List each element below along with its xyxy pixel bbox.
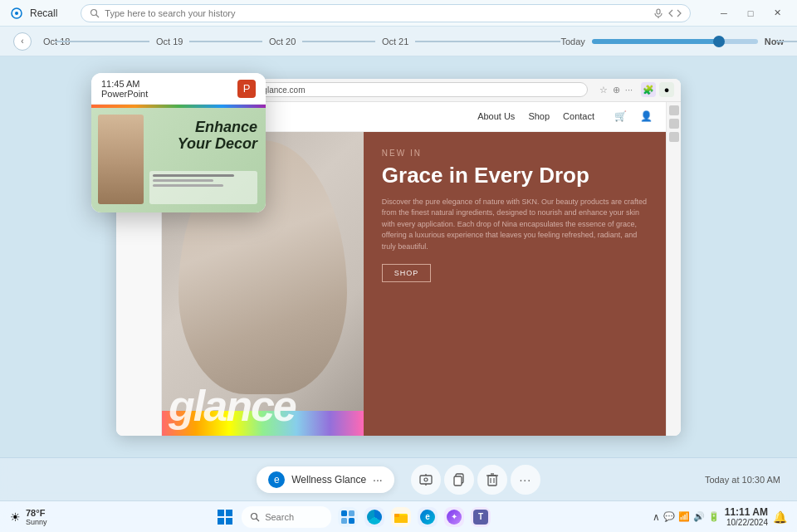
popup-header: 11:45 AM PowerPoint P [91,73,266,105]
user-icon: 👤 [640,110,653,122]
taskbar: ☀ 78°F Sunny [0,500,797,532]
system-tray: ∧ 💬 📶 🔊 🔋 [653,511,720,523]
taskbar-copilot-icon[interactable]: ✦ [444,507,464,527]
right-bar-icon-3 [669,132,679,142]
popup-preview-area: Enhance Your Decor [91,105,266,212]
svg-rect-25 [341,518,347,524]
main-content-area: ‹ › 🔒 https://wellnessglance.com ☆ ⊕ ···… [0,56,797,457]
svg-rect-19 [218,518,224,525]
battery-icon[interactable]: 🔋 [708,511,720,522]
cart-icon: 🛒 [614,110,627,122]
taskbar-edge-icon[interactable]: e [418,507,438,527]
network-icon[interactable]: 📶 [678,511,690,522]
weather-temperature: 78°F [26,508,47,518]
taskbar-weather: 78°F Sunny [26,508,47,526]
tray-expand-icon[interactable]: ∧ [653,511,660,523]
svg-line-22 [257,518,260,521]
taskbar-teams-icon[interactable]: T [471,507,491,527]
right-bar-icon-1 [669,105,679,115]
maximize-button[interactable]: □ [741,3,760,23]
svg-rect-6 [420,476,432,484]
svg-rect-17 [218,510,224,516]
title-bar: Recall ─ □ ✕ [0,0,797,27]
action-bar: e Wellness Glance ··· [0,457,797,500]
windows-start-button[interactable] [215,507,235,527]
screen-capture-button[interactable] [411,465,441,495]
svg-rect-12 [488,476,496,486]
timeline-back-button[interactable]: ‹ [13,32,32,51]
taskbar-date-display: 10/22/2024 [725,518,768,527]
svg-line-3 [96,14,100,17]
browser-right-sidebar [666,102,681,436]
history-search-bar[interactable] [81,4,691,22]
browser-ext-2: ● [659,82,674,97]
powerpoint-icon: P [237,80,256,98]
slide-title-line2: Your Decor [178,136,257,153]
hero-shop-button[interactable]: SHOP [382,264,432,282]
timeline-thumb[interactable] [713,36,725,47]
weather-description: Sunny [26,518,47,526]
taskbar-clock[interactable]: 11:11 AM 10/22/2024 [725,506,768,527]
more-dots-icon: ··· [519,473,531,486]
popup-header-text: 11:45 AM PowerPoint [101,79,148,99]
svg-point-7 [424,478,428,481]
browser-toolbar-icons: ☆ ⊕ ··· [599,85,633,95]
edge-icon: e [268,471,285,488]
popup-time: 11:45 AM [101,79,148,89]
hero-title: Grace in Every Drop [382,163,648,188]
taskbar-files-icon[interactable] [391,507,411,527]
timeline-right: Today Now [560,37,784,46]
hero-text-area: NEW IN Grace in Every Drop Discover the … [364,132,666,436]
taskbar-right: ∧ 💬 📶 🔊 🔋 11:11 AM 10/22/2024 🔔 [653,506,787,527]
copilot-icon: ✦ [447,510,462,525]
right-bar-icon-2 [669,119,679,129]
browser-extension-icons: 🧩 ● [641,82,674,97]
tab-name: Wellness Glance [291,474,366,486]
app-title: Recall [30,7,57,19]
tab-pill[interactable]: e Wellness Glance ··· [257,466,394,493]
close-button[interactable]: ✕ [767,3,787,23]
activity-popup-card[interactable]: 11:45 AM PowerPoint P Enhance Your Decor [91,73,266,212]
slide-image [98,115,144,204]
timeline-slider[interactable] [592,39,758,44]
microphone-icon [653,8,663,18]
svg-point-1 [15,12,18,15]
svg-point-2 [91,9,97,15]
svg-rect-4 [657,9,660,14]
taskbar-search-bar[interactable] [242,506,331,528]
hero-glance-text: glance [169,384,296,427]
svg-rect-29 [394,514,399,517]
minimize-button[interactable]: ─ [714,3,734,23]
chat-icon[interactable]: 💬 [663,511,675,522]
volume-icon[interactable]: 🔊 [693,511,705,522]
search-input[interactable] [105,8,648,18]
slide-text-area: Enhance Your Decor [178,120,257,153]
file-explorer-icon [394,510,408,524]
taskbar-widgets-icon[interactable] [338,507,358,527]
nav-about[interactable]: About Us [477,111,515,121]
nav-shop[interactable]: Shop [528,111,550,121]
taskbar-browser-icon[interactable] [364,507,384,527]
more-button[interactable]: ··· [511,465,540,495]
timeline-date-oct20: Oct 20 [262,37,302,46]
window-controls: ─ □ ✕ [714,3,787,23]
timeline-date-oct18: Oct 18 [37,37,76,46]
hero-new-in-label: NEW IN [382,149,648,158]
slide-title-line1: Enhance [178,120,257,136]
nav-contact[interactable]: Contact [563,111,594,121]
taskbar-search-icon [250,512,260,522]
svg-rect-23 [341,510,347,516]
svg-rect-24 [349,510,354,516]
delete-button[interactable] [477,465,507,495]
taskbar-search-input[interactable] [265,512,323,522]
notification-bell-icon[interactable]: 🔔 [773,510,787,524]
copy-button[interactable] [444,465,474,495]
code-icon [668,8,682,18]
screen-capture-icon [419,473,433,486]
app-icon [10,7,23,20]
widgets-icon [340,510,355,525]
svg-point-21 [252,513,257,519]
tab-more-button[interactable]: ··· [373,473,383,486]
search-icon [90,8,100,18]
timeline-date-oct21: Oct 21 [375,37,415,46]
